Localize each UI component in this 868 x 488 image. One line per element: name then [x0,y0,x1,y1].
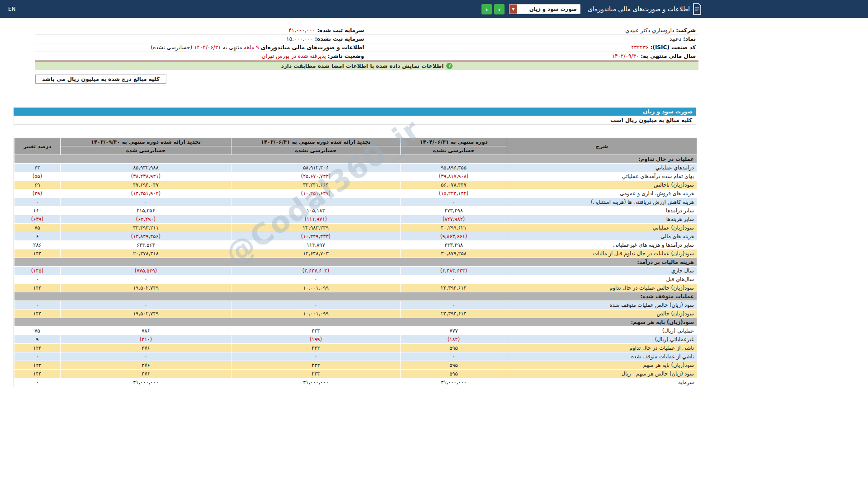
value-cell: ۴۷,۶۹۴,۰۴۷ [61,181,231,189]
report-type-select[interactable]: صورت سود و زیان ▼ [509,4,580,14]
value-cell: ۰ [14,378,61,387]
value-cell: ۳۰,۸۷۹,۲۵۸ [401,249,507,258]
data-row: سال‌هاي قبل۰۰۰۰ [14,275,697,284]
value-cell: ۰ [61,198,231,206]
value-cell: (۱۰,۴۴۹,۴۳۳) [231,232,401,241]
row-label-cell: سود(زيان) عمليات در حال تداوم قبل از مال… [507,249,697,258]
value-cell: (۲,۶۴۷,۶۰۴) [231,267,401,275]
value-cell: ۲۴,۳۹۴,۶۱۴ [401,310,507,318]
info-icon: i [446,63,453,69]
section-row: سود(زيان) پايه هر سهم: [14,318,697,327]
data-row: سود(زيان) عمليات در حال تداوم قبل از مال… [14,249,697,258]
info-value: داروسازي دکتر عبيدي [625,27,674,33]
value-cell: ۱۰,۰۰۱,۰۹۹ [231,284,401,292]
row-label-cell: ناشي از عمليات متوقف شده [507,352,697,361]
value-cell: ۵۹۵ [401,370,507,378]
value-cell: ۱۴۴ [14,344,61,352]
value-cell: (۱۰,۲۵۱,۶۳۷) [231,189,401,198]
col-header-description: شرح [507,138,697,155]
value-cell: ۲۴,۳۹۴,۶۱۴ [401,284,507,292]
info-row: کد صنعت (ISIC):۴۳۲۲۳۶ [367,43,699,52]
data-row: سرمايه۴۱,۰۰۰,۰۰۰۴۱,۰۰۰,۰۰۰۴۱,۰۰۰,۰۰۰۰ [14,378,697,387]
data-row: سود (زيان) خالص عمليات متوقف شده۰۰۰۰ [14,301,697,310]
next-report-button[interactable]: › [494,4,505,14]
row-label-cell: هزينه هاى مالى [507,232,697,241]
value-cell: ۴۴۳ [231,327,401,335]
col-subheader-audit-restated-year: حسابرسی شده [61,146,231,155]
value-cell: ۲۸۶ [14,241,61,249]
value-cell: (۱۴۵) [14,267,61,275]
value-cell: ۴۰,۲۹۹,۶۲۱ [401,224,507,232]
value-cell: ۵۹۵ [401,361,507,370]
value-cell: ۲۷۳,۲۹۸ [401,206,507,215]
info-row: شرکت:داروسازي دکتر عبيدي [367,26,699,35]
statement-table-body: عملیات در حال تداوم:درآمدهاي عملياتي۹۵,۸… [14,155,697,387]
value-cell: (۶۴,۲۹۰) [61,215,231,224]
value-cell: ۲۲,۹۸۳,۲۳۹ [231,224,401,232]
data-row: ناشي از عمليات در حال تداوم۵۹۵۲۴۴۴۷۶۱۴۴ [14,344,697,352]
data-row: عملياتي (ريال)۷۷۷۴۴۳۷۸۶۷۵ [14,327,697,335]
row-label-cell: سود (زيان) خالص عمليات متوقف شده [507,301,697,310]
section-row: عملیات در حال تداوم: [14,155,697,164]
value-cell: ۸۵,۹۳۲,۹۸۸ [61,164,231,172]
value-cell: ۳۳,۲۴۱,۶۶۴ [231,181,401,189]
value-cell: ۷۵ [14,327,61,335]
value-cell: ۰ [61,275,231,284]
value-cell: ۷۵ [14,224,61,232]
data-row: هزينه هاى مالى(۹,۸۶۳,۶۶۱)(۱۰,۴۴۹,۴۳۳)(۱۳… [14,232,697,241]
language-toggle[interactable]: EN [8,6,16,12]
row-label-cell: سرمايه [507,378,697,387]
value-cell: (۱۸۲) [401,335,507,344]
data-row: هزينه کاهش ارزش دريافتني ها (هزينه استثن… [14,198,697,206]
info-value: پذیرفته شده در بورس تهران [262,53,326,59]
value-cell: ۷۷۷ [401,327,507,335]
value-cell: ۰ [231,352,401,361]
row-label-cell: سود(زيان) خالص عمليات در حال تداوم [507,284,697,292]
info-label: سرمایه ثبت شده: [317,27,364,33]
data-row: سود (زيان) خالص هر سهم - ريال۵۹۵۲۴۴۴۷۶۱۴… [14,370,697,378]
value-cell: (۳۸,۲۳۸,۹۴۱) [61,172,231,181]
value-cell: ۰ [14,352,61,361]
info-value: ۴۱,۰۰۰,۰۰۰ [288,27,315,33]
signed-data-banner-text: اطلاعات نمایش داده شده با اطلاعات امضا ش… [281,63,444,69]
company-info-right: شرکت:داروسازي دکتر عبيدينماد:دعبيدکد صنع… [367,26,699,61]
amount-note-wrap: کلیه مبالغ درج شده به میلیون ریال می باش… [35,74,868,84]
statement-table: شرح دوره منتهی به ۱۴۰۴/۰۶/۳۱ تجدید ارائه… [14,137,697,387]
col-subheader-audit-restated-mid: حسابرسی نشده [231,146,401,155]
info-row: اطلاعات و صورت‌های مالی میاندوره‌ای۹ ماه… [35,43,367,52]
value-cell: (۱۹۹) [231,335,401,344]
value-cell: (۹,۸۶۳,۶۶۱) [401,232,507,241]
row-label-cell: ساير هزينه‌ها [507,215,697,224]
value-cell: ۶۳ [14,164,61,172]
company-info-left: سرمایه ثبت شده:۴۱,۰۰۰,۰۰۰سرمایه ثبت نشده… [35,26,367,61]
info-row: سرمایه ثبت شده:۴۱,۰۰۰,۰۰۰ [35,26,367,35]
row-label-cell: سود(زيان) خالص [507,310,697,318]
col-header-percent-change: درصد تغییر [14,138,61,155]
info-label: سال مالی منتهی به: [641,53,696,59]
section-label: هزينه ماليات بر درآمد: [14,258,697,267]
data-row: سود(زيان) پايه هر سهم۵۹۵۲۴۴۴۷۶۱۴۴ [14,361,697,370]
value-cell: ۱۹,۵۰۲,۷۴۹ [61,310,231,318]
row-label-cell: ساير درآمدها و هزينه هاى غيرعملياتى [507,241,697,249]
data-row: سود(زيان) خالص عمليات در حال تداوم۲۴,۳۹۴… [14,284,697,292]
value-cell: ۱۱۴,۸۹۷ [231,241,401,249]
statement-title-bar: صورت سود و زیان [14,108,696,116]
data-row: بهاى تمام شده درآمدهاى عملياتي(۳۹,۸۱۷,۹۰… [14,172,697,181]
prev-report-button[interactable]: ‹ [481,4,492,14]
value-cell: ۶۳۴,۵۶۳ [61,241,231,249]
value-cell: ۱۴۴ [14,370,61,378]
data-row: سود(زيان) عملياتي۴۰,۲۹۹,۶۲۱۲۲,۹۸۳,۲۳۹۳۳,… [14,224,697,232]
row-label-cell: هزينه هاى فروش، ادارى و عمومى [507,189,697,198]
value-cell: ۱۴۴ [14,361,61,370]
section-row: هزينه ماليات بر درآمد: [14,258,697,267]
value-cell: (۲۵,۶۷۰,۷۴۲) [231,172,401,181]
info-label: نماد: [683,36,696,42]
data-row: ناشي از عمليات متوقف شده۰۰۰۰ [14,352,697,361]
info-row: سرمایه ثبت نشده:۱۵,۰۰۰,۰۰۰ [35,35,367,43]
report-type-value: صورت سود و زیان [517,6,580,12]
info-row: سال مالی منتهی به:۱۴۰۲/۰۹/۳۰ [367,52,699,61]
value-cell: ۵۶,۰۷۸,۴۴۷ [401,181,507,189]
row-label-cell: غيرعملياتي (ريال) [507,335,697,344]
info-value: (حسابرسی نشده) [151,44,193,51]
value-cell: ۰ [231,198,401,206]
